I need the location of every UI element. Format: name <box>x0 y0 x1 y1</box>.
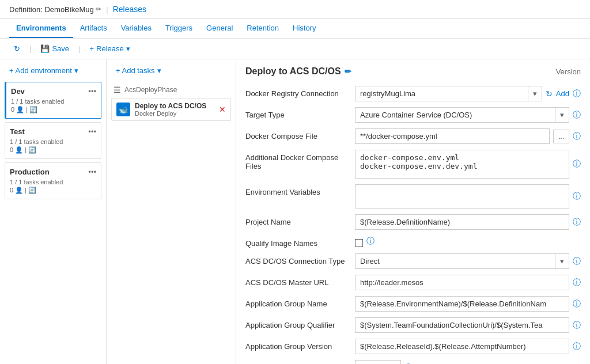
additional-docker-compose-label: Additional Docker Compose Files <box>245 150 355 170</box>
tab-environments[interactable]: Environments <box>9 19 73 38</box>
tab-triggers[interactable]: Triggers <box>158 19 199 38</box>
env-item-production[interactable]: Production ••• 1 / 1 tasks enabled 0 👤 |… <box>5 162 101 199</box>
plus-icon: + <box>89 44 94 53</box>
phase-header: ☰ AcsDeployPhase <box>111 82 231 98</box>
tab-general[interactable]: General <box>199 19 240 38</box>
target-type-arrow[interactable]: ▾ <box>555 108 569 122</box>
save-button[interactable]: 💾 Save <box>36 42 74 55</box>
acs-master-url-info-icon[interactable]: ⓘ <box>573 278 581 288</box>
field-acs-master-url: ACS DC/OS Master URL ⓘ <box>245 275 581 290</box>
docker-registry-control: registryMugLima ▾ ↻ Add ⓘ <box>355 86 581 101</box>
app-group-name-info-icon[interactable]: ⓘ <box>573 299 581 309</box>
docker-compose-file-input[interactable] <box>355 128 550 144</box>
target-type-info-icon[interactable]: ⓘ <box>573 110 581 120</box>
additional-docker-compose-textarea[interactable]: docker-compose.env.yml docker-compose.en… <box>355 150 569 179</box>
env-variables-textarea[interactable] <box>355 184 569 208</box>
acs-connection-type-select[interactable]: Direct <box>355 254 555 268</box>
field-app-group-name: Application Group Name ⓘ <box>245 296 581 312</box>
add-tasks-arrow: ▾ <box>157 66 161 75</box>
acs-connection-type-control: Direct ▾ ⓘ <box>355 253 581 269</box>
docker-compose-browse-button[interactable]: ... <box>553 130 569 143</box>
task-info: Deploy to ACS DC/OS Docker Deploy <box>135 102 219 117</box>
env-icons-test: 0 👤 | 🔄 <box>10 146 96 154</box>
project-name-label: Project Name <box>245 214 355 226</box>
form-title-text: Deploy to ACS DC/OS <box>245 66 341 77</box>
qualify-image-names-info-icon[interactable]: ⓘ <box>366 236 375 247</box>
toolbar: ↻ | 💾 Save | + Release ▾ <box>0 39 590 59</box>
project-name-control: ⓘ <box>355 214 581 230</box>
docker-registry-select-wrap: registryMugLima ▾ <box>355 86 542 101</box>
docker-registry-info-icon[interactable]: ⓘ <box>573 89 581 99</box>
form-title: Deploy to ACS DC/OS ✏ <box>245 66 351 77</box>
field-min-health-capacity: Minimum Health Capacity ⓘ <box>245 360 581 364</box>
tasks-panel: + Add tasks ▾ ☰ AcsDeployPhase 🐋 Deploy … <box>107 59 236 364</box>
add-env-label: + Add environment <box>9 66 72 75</box>
tab-history[interactable]: History <box>286 19 323 38</box>
docker-compose-file-control: ... ⓘ <box>355 128 581 144</box>
app-group-qualifier-info-icon[interactable]: ⓘ <box>573 320 581 331</box>
acs-connection-type-arrow[interactable]: ▾ <box>555 254 569 268</box>
env-name-test: Test <box>10 127 25 136</box>
env-more-test[interactable]: ••• <box>88 127 96 136</box>
target-type-select-wrap: Azure Container Service (DC/OS) ▾ <box>355 107 569 123</box>
tab-artifacts[interactable]: Artifacts <box>73 19 114 38</box>
env-icons-production: 0 👤 | 🔄 <box>10 187 96 194</box>
refresh-button[interactable]: ↻ <box>9 42 25 55</box>
acs-connection-type-select-wrap: Direct ▾ <box>355 253 569 269</box>
docker-registry-add-link[interactable]: Add <box>556 89 569 98</box>
env-more-dev[interactable]: ••• <box>88 87 96 96</box>
target-type-select[interactable]: Azure Container Service (DC/OS) <box>355 108 555 122</box>
app-group-qualifier-control: ⓘ <box>355 317 581 333</box>
env-tasks-dev: 1 / 1 tasks enabled <box>11 98 96 105</box>
tab-retention[interactable]: Retention <box>240 19 286 38</box>
env-variables-info-icon[interactable]: ⓘ <box>573 191 581 202</box>
edit-icon[interactable]: ✏ <box>96 5 101 13</box>
toolbar-separator-2: | <box>78 44 80 53</box>
docker-registry-arrow[interactable]: ▾ <box>528 86 542 101</box>
form-panel: Deploy to ACS DC/OS ✏ Version Docker Reg… <box>236 59 590 364</box>
task-type: Docker Deploy <box>135 110 219 117</box>
form-edit-icon[interactable]: ✏ <box>345 67 351 76</box>
docker-registry-select[interactable]: registryMugLima <box>355 86 528 101</box>
form-header: Deploy to ACS DC/OS ✏ Version <box>245 66 581 77</box>
release-button[interactable]: + Release ▾ <box>85 42 134 55</box>
field-app-group-version: Application Group Version ⓘ <box>245 339 581 354</box>
env-item-dev[interactable]: Dev ••• 1 / 1 tasks enabled 0 👤 | 🔄 <box>5 82 101 119</box>
field-qualify-image-names: Qualify Image Names ⓘ <box>245 236 581 248</box>
field-acs-connection-type: ACS DC/OS Connection Type Direct ▾ ⓘ <box>245 253 581 269</box>
task-item-deploy[interactable]: 🐋 Deploy to ACS DC/OS Docker Deploy ✕ <box>111 98 231 121</box>
env-name-production: Production <box>10 168 50 176</box>
task-delete-icon[interactable]: ✕ <box>219 105 226 114</box>
add-environment-button[interactable]: + Add environment ▾ <box>5 64 83 77</box>
docker-registry-refresh-icon[interactable]: ↻ <box>546 89 553 98</box>
project-name-input[interactable] <box>355 214 569 230</box>
field-target-type: Target Type Azure Container Service (DC/… <box>245 107 581 123</box>
app-group-version-info-icon[interactable]: ⓘ <box>573 342 581 352</box>
task-name: Deploy to ACS DC/OS <box>135 102 219 110</box>
app-group-name-input[interactable] <box>355 296 569 312</box>
nav-tabs: Environments Artifacts Variables Trigger… <box>0 19 590 39</box>
acs-master-url-input[interactable] <box>355 275 569 290</box>
qualify-image-names-control: ⓘ <box>355 236 581 247</box>
qualify-image-names-checkbox[interactable] <box>355 239 363 247</box>
acs-connection-type-info-icon[interactable]: ⓘ <box>573 256 581 267</box>
min-health-capacity-input[interactable] <box>355 360 401 364</box>
docker-compose-file-info-icon[interactable]: ⓘ <box>573 131 581 142</box>
add-tasks-button[interactable]: + Add tasks ▾ <box>111 64 166 77</box>
definition-name: DemoBikeMug <box>44 5 93 14</box>
field-docker-registry: Docker Registry Connection registryMugLi… <box>245 86 581 101</box>
app-group-qualifier-input[interactable] <box>355 317 569 333</box>
releases-link[interactable]: Releases <box>113 5 146 14</box>
additional-docker-compose-info-icon[interactable]: ⓘ <box>573 159 581 169</box>
add-env-arrow: ▾ <box>74 66 78 75</box>
env-more-production[interactable]: ••• <box>88 168 96 176</box>
docker-icon: 🐋 <box>119 105 128 114</box>
tab-variables[interactable]: Variables <box>114 19 158 38</box>
project-name-info-icon[interactable]: ⓘ <box>573 217 581 227</box>
form-version: Version <box>556 67 581 76</box>
env-name-dev: Dev <box>11 87 25 96</box>
main-layout: + Add environment ▾ Dev ••• 1 / 1 tasks … <box>0 59 590 364</box>
acs-master-url-label: ACS DC/OS Master URL <box>245 275 355 287</box>
env-item-test[interactable]: Test ••• 1 / 1 tasks enabled 0 👤 | 🔄 <box>5 122 101 159</box>
app-group-version-input[interactable] <box>355 339 569 354</box>
